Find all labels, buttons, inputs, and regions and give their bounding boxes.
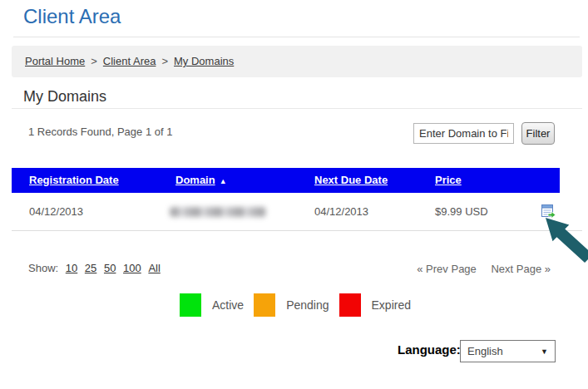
breadcrumb-separator: >	[161, 55, 168, 67]
pending-status-label: Pending	[286, 298, 329, 312]
cell-registration-date: 04/12/2013	[29, 193, 83, 230]
domain-table-row: 04/12/2013 04/12/2013 $9.99 USD	[12, 193, 560, 230]
pagination: « Prev Page Next Page »	[405, 263, 551, 275]
client-area-page: Client Area Portal Home>Client Area>My D…	[0, 0, 588, 389]
show-option-50[interactable]: 50	[104, 262, 116, 274]
row-divider	[12, 230, 582, 231]
expired-status-swatch	[339, 293, 361, 317]
language-label: Language:	[398, 342, 461, 357]
show-option-all[interactable]: All	[148, 262, 160, 274]
column-header-domain[interactable]: Domain▲	[175, 168, 227, 194]
breadcrumb: Portal Home>Client Area>My Domains	[12, 46, 582, 77]
filter-button[interactable]: Filter	[521, 122, 555, 145]
language-select[interactable]: English	[460, 340, 556, 362]
domains-table-header: Registration Date Domain▲ Next Due Date …	[12, 168, 560, 193]
active-status-label: Active	[212, 298, 244, 312]
show-option-100[interactable]: 100	[123, 262, 141, 274]
breadcrumb-link-client-area[interactable]: Client Area	[103, 55, 156, 67]
column-header-domain-label: Domain	[175, 174, 215, 186]
next-page-link[interactable]: Next Page »	[491, 263, 551, 275]
cell-next-due-date: 04/12/2013	[314, 193, 368, 230]
manage-domain-icon[interactable]	[541, 204, 556, 219]
domain-search-input[interactable]	[413, 123, 514, 144]
records-summary: 1 Records Found, Page 1 of 1	[28, 126, 172, 138]
column-header-next-due-date[interactable]: Next Due Date	[314, 168, 388, 193]
title-divider	[13, 37, 580, 37]
sort-ascending-icon: ▲	[220, 169, 227, 194]
column-header-price[interactable]: Price	[435, 168, 462, 193]
show-option-10[interactable]: 10	[66, 262, 77, 274]
page-title: Client Area	[23, 5, 121, 28]
status-legend: Active Pending Expired	[180, 293, 421, 317]
breadcrumb-link-my-domains[interactable]: My Domains	[174, 55, 234, 67]
pending-status-swatch	[254, 293, 275, 317]
show-label: Show:	[28, 262, 58, 274]
section-title: My Domains	[23, 88, 106, 106]
breadcrumb-link-portal-home[interactable]: Portal Home	[25, 55, 85, 67]
breadcrumb-separator: >	[91, 55, 97, 67]
show-option-25[interactable]: 25	[85, 262, 96, 274]
cell-domain-blurred	[170, 207, 266, 217]
active-status-swatch	[180, 293, 201, 317]
column-header-registration-date[interactable]: Registration Date	[29, 168, 119, 193]
expired-status-label: Expired	[372, 298, 411, 312]
show-per-page: Show: 10 25 50 100 All	[28, 262, 161, 274]
section-divider	[12, 108, 582, 109]
cell-price: $9.99 USD	[435, 193, 488, 230]
language-select-wrap: English ▼	[460, 340, 556, 362]
prev-page-link[interactable]: « Prev Page	[417, 263, 477, 275]
